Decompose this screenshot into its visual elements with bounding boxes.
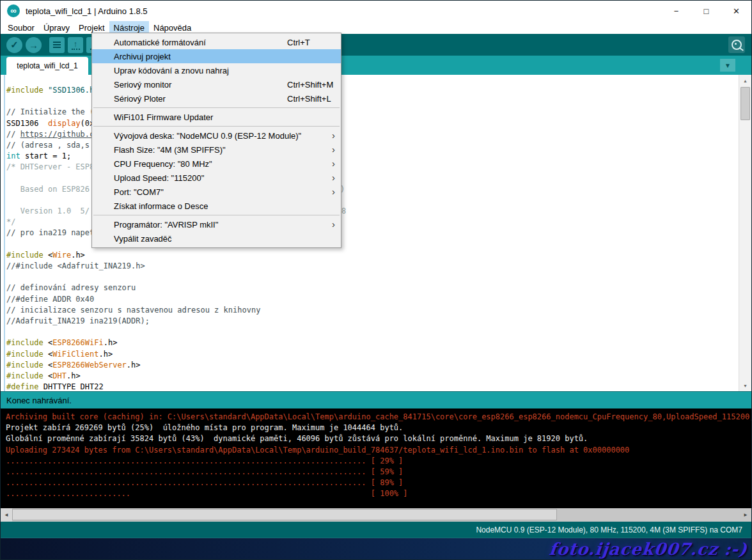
menubar-item-help[interactable]: Nápověda [149,21,196,34]
code-line: //#include <Adafruit_INA219.h> [6,261,751,272]
code-line: //#define ADDR 0x40 [6,294,751,305]
window-controls: − □ ✕ [661,1,751,21]
console-lines: Archiving built core (caching) in: C:\Us… [1,408,751,500]
upload-button[interactable]: → [26,37,42,53]
status-bar: Konec nahrávání. [1,391,751,408]
menu-item-board-select[interactable]: Vývojová deska: "NodeMCU 0.9 (ESP-12 Mod… [92,128,341,143]
menu-item-label: Vývojová deska: "NodeMCU 0.9 (ESP-12 Mod… [114,131,301,141]
console-output: Archiving built core (caching) in: C:\Us… [1,408,751,508]
menu-item-label: WiFi101 Firmware Updater [114,113,213,122]
menu-separator [93,126,340,127]
menu-item-label: Programátor: "AVRISP mkII" [114,220,218,229]
menu-item-label: Seriový monitor [114,80,171,89]
magnifier-icon [732,40,742,50]
menu-separator [93,215,340,215]
menu-item-label: Upload Speed: "115200" [114,173,204,183]
menu-item-fix-encoding[interactable]: Uprav kódování a znovu nahraj [92,63,341,77]
code-line: #include <ESP8266WebServer.h> [6,360,751,371]
tab-list-dropdown-button[interactable]: ▼ [720,59,735,72]
window-title: teplota_wifi_lcd_1 | Arduino 1.8.5 [26,6,148,16]
scroll-right-button[interactable]: ► [740,508,751,522]
menu-shortcut: Ctrl+Shift+L [287,94,331,104]
serial-monitor-button[interactable] [728,36,745,53]
board-info-bar: NodeMCU 0.9 (ESP-12 Module), 80 MHz, 115… [1,522,751,538]
tab-teplota-wifi-lcd-1[interactable]: teplota_wifi_lcd_1 [6,57,88,75]
menu-item-programmer[interactable]: Programátor: "AVRISP mkII"› [92,217,341,231]
console-line: Uploading 273424 bytes from C:\Users\sta… [6,445,751,456]
console-line: ........................................… [6,478,751,488]
console-line: Archiving built core (caching) in: C:\Us… [6,412,751,423]
menu-separator [93,107,340,108]
code-line: //Adafruit_INA219 ina219(ADDR); [6,316,751,327]
menu-item-auto-format[interactable]: Automatické formátováníCtrl+T [92,35,341,49]
open-button[interactable]: ↑ [68,37,83,53]
menubar-item-edit[interactable]: Úpravy [39,21,74,34]
scroll-left-button[interactable]: ◄ [1,508,12,522]
menu-item-upload-speed[interactable]: Upload Speed: "115200"› [92,171,341,185]
verify-button[interactable]: ✓ [6,37,22,53]
code-fragment: 8 [341,206,346,215]
console-line: ........................... [ 100% ] [6,488,751,499]
menu-shortcut: Ctrl+Shift+M [287,80,333,89]
watermark-band: foto.ijacek007.cz :-) [1,538,751,559]
menu-item-serial-plotter[interactable]: Sériový PloterCtrl+Shift+L [92,91,341,105]
console-line: Projekt zabírá 269269 bytů (25%) úložnéh… [6,423,751,433]
maximize-button[interactable]: □ [691,1,721,21]
submenu-arrow-icon: › [332,186,335,197]
menu-shortcut: Ctrl+T [287,38,310,47]
submenu-arrow-icon: › [332,172,335,183]
menu-item-label: Získat informace o Desce [114,201,208,211]
new-sketch-button[interactable] [49,37,65,53]
submenu-arrow-icon: › [332,219,335,229]
menubar: SouborÚpravyProjektNástrojeNápověda [1,21,751,34]
menu-item-label: Sériový Ploter [114,94,166,104]
status-text: Konec nahrávání. [6,396,72,405]
menubar-item-file[interactable]: Soubor [3,21,39,34]
menu-item-label: CPU Frequency: "80 MHz" [114,159,212,169]
hscrollbar-thumb[interactable] [12,509,557,520]
console-line: ........................................… [6,456,751,467]
tools-menu-popup: Automatické formátováníCtrl+TArchivuj pr… [91,33,341,248]
menu-item-burn-bootloader[interactable]: Vypálit zavaděč [92,231,341,245]
code-line: // definování adresy senzoru [6,283,751,293]
submenu-arrow-icon: › [332,144,335,155]
code-line: #include <Wire.h> [6,250,751,261]
close-button[interactable]: ✕ [721,1,751,21]
menu-item-label: Vypálit zavaděč [114,234,172,244]
arduino-ide-window: ∞ teplota_wifi_lcd_1 | Arduino 1.8.5 − □… [0,0,752,560]
menu-item-wifi101-updater[interactable]: WiFi101 Firmware Updater [92,110,341,124]
arduino-logo-icon: ∞ [7,4,20,17]
menu-item-serial-monitor[interactable]: Seriový monitorCtrl+Shift+M [92,77,341,91]
vscrollbar-thumb[interactable] [740,87,750,120]
scroll-up-button[interactable]: ▲ [739,75,751,86]
menu-item-label: Archivuj projekt [114,52,171,61]
board-info-text: NodeMCU 0.9 (ESP-12 Module), 80 MHz, 115… [476,525,742,534]
minimize-button[interactable]: − [661,1,691,21]
code-line [6,327,751,338]
code-line: #include <WiFiClient.h> [6,349,751,360]
menu-item-label: Port: "COM7" [114,187,164,197]
document-icon [53,42,61,49]
menu-item-label: Uprav kódování a znovu nahraj [114,66,229,75]
code-line [6,272,751,283]
menu-item-flash-size[interactable]: Flash Size: "4M (3M SPIFFS)"› [92,143,341,157]
editor-vertical-scrollbar[interactable]: ▲ ▼ [739,75,751,391]
open-arrow-icon: ↑ [74,40,78,47]
menu-item-board-info[interactable]: Získat informace o Desce [92,199,341,213]
menubar-item-tools[interactable]: Nástroje [109,21,149,34]
horizontal-scrollbar[interactable]: ◄ ► [1,508,751,522]
menubar-item-sketch[interactable]: Projekt [74,21,109,34]
menu-item-port[interactable]: Port: "COM7"› [92,185,341,199]
menu-item-label: Automatické formátování [114,38,206,47]
console-line: Globální proměnné zabírají 35824 bytů (4… [6,433,751,444]
scroll-down-button[interactable]: ▼ [739,380,751,391]
dotted-line-icon [72,49,80,50]
console-line: ........................................… [6,467,751,478]
watermark-text: foto.ijacek007.cz :-) [549,540,749,559]
submenu-arrow-icon: › [332,130,335,141]
code-line: #include <DHT.h> [6,371,751,382]
menu-item-archive-sketch[interactable]: Archivuj projekt [92,49,341,63]
submenu-arrow-icon: › [332,158,335,169]
menu-item-cpu-frequency[interactable]: CPU Frequency: "80 MHz"› [92,157,341,171]
code-line: #define DHTTYPE DHT22 [6,382,751,391]
